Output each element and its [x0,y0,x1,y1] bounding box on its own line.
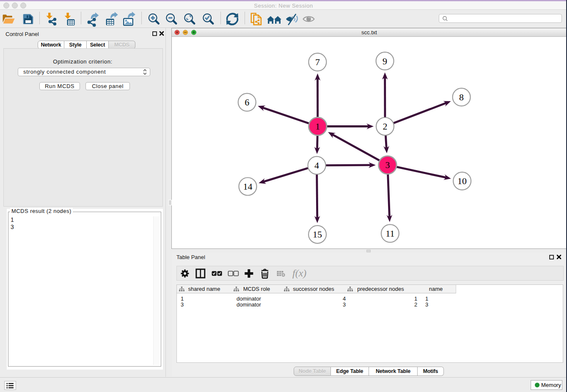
svg-text:11: 11 [385,228,394,239]
svg-text:6: 6 [245,97,249,108]
svg-text:f(x): f(x) [292,268,306,279]
svg-text:14: 14 [243,181,253,192]
svg-text:8: 8 [459,92,464,102]
svg-text:1: 1 [315,121,320,132]
svg-text:10: 10 [457,176,467,186]
svg-text:7: 7 [315,57,320,67]
svg-text:2: 2 [383,121,388,132]
svg-text:4: 4 [314,160,319,171]
svg-text:15: 15 [313,229,322,240]
svg-text:3: 3 [385,160,390,170]
svg-text:9: 9 [383,56,387,66]
